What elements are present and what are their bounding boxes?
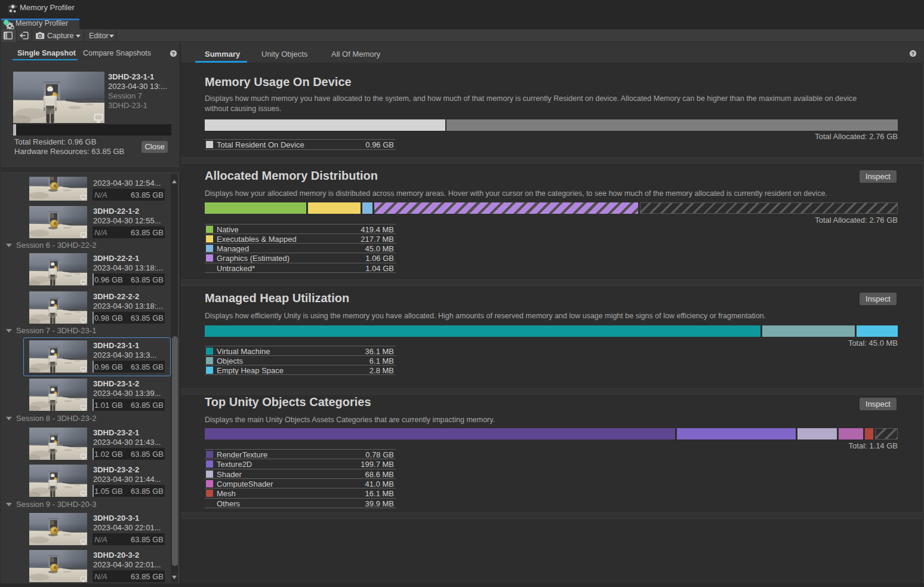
svg-text:?: ? [172, 51, 175, 57]
svg-text:?: ? [911, 51, 914, 57]
